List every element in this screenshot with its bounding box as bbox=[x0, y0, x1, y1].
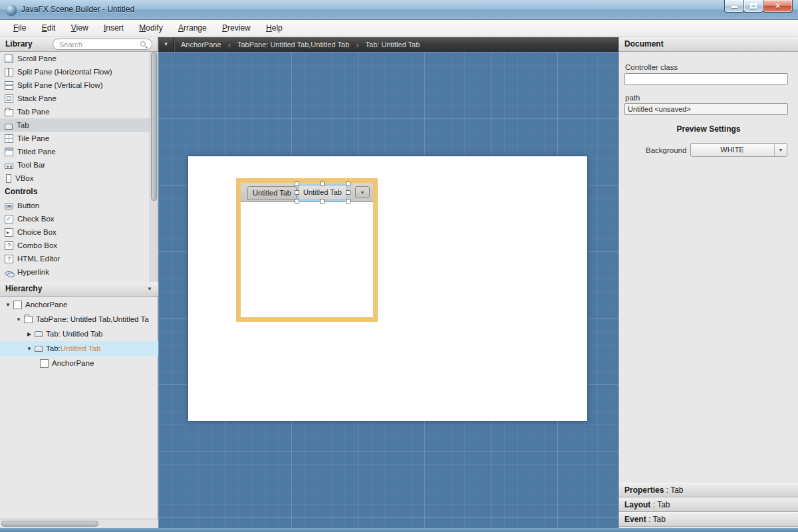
menu-view[interactable]: View bbox=[65, 20, 95, 37]
library-item-check-box[interactable]: Check Box bbox=[0, 212, 150, 225]
library-item-split-pane-horizontal[interactable]: Split Pane (Horizontal Flow) bbox=[0, 65, 150, 78]
library-item-html-editor[interactable]: HTML Editor bbox=[0, 252, 150, 265]
hierarchy-menu-button[interactable]: ▼ bbox=[144, 284, 156, 294]
selection-handle[interactable] bbox=[346, 199, 350, 203]
selection-handle[interactable] bbox=[295, 190, 299, 195]
html-editor-icon bbox=[5, 255, 13, 263]
library-scrollbar-thumb[interactable] bbox=[151, 52, 157, 201]
selection-handle[interactable] bbox=[320, 199, 325, 203]
library-item-split-pane-vertical[interactable]: Split Pane (Vertical Flow) bbox=[0, 78, 150, 92]
library-item-tile-pane[interactable]: Tile Pane bbox=[0, 132, 150, 145]
tab-pane-icon bbox=[24, 316, 33, 323]
library-item-tab[interactable]: Tab bbox=[0, 118, 150, 132]
controller-class-field[interactable] bbox=[624, 73, 788, 85]
expand-arrow-icon[interactable]: ▼ bbox=[25, 346, 33, 352]
close-icon: × bbox=[763, 0, 792, 11]
library-item-tab-pane[interactable]: Tab Pane bbox=[0, 105, 150, 118]
hierarchy-header: Hierarchy ▼ bbox=[0, 282, 158, 297]
library-item-hyperlink[interactable]: Hyperlink bbox=[0, 265, 150, 279]
library-item-vbox[interactable]: VBox bbox=[0, 172, 150, 185]
path-field[interactable] bbox=[624, 103, 788, 115]
breadcrumb-menu-button[interactable]: ▼ bbox=[158, 37, 174, 52]
check-box-icon bbox=[5, 215, 13, 223]
hyperlink-icon bbox=[5, 271, 13, 275]
breadcrumb-item-tab[interactable]: Tab: Untitled Tab bbox=[359, 37, 427, 52]
breadcrumb-item-anchorpane[interactable]: AnchorPane bbox=[174, 37, 228, 52]
path-label: path bbox=[625, 94, 640, 102]
layout-section-header[interactable]: Layout : Tab bbox=[619, 497, 798, 512]
selection-handle[interactable] bbox=[295, 182, 299, 186]
selection-handle[interactable] bbox=[295, 199, 299, 203]
tree-item-tabpane[interactable]: ▼ TabPane: Untitled Tab,Untitled Ta bbox=[0, 312, 158, 327]
hierarchy-title: Hierarchy bbox=[5, 284, 42, 293]
document-header: Document bbox=[619, 37, 798, 52]
library-controls-section: Controls bbox=[0, 185, 158, 199]
library-item-titled-pane[interactable]: Titled Pane bbox=[0, 145, 150, 158]
window-title: JavaFX Scene Builder - Untitled bbox=[21, 0, 134, 19]
selection-handle[interactable] bbox=[346, 190, 350, 195]
tool-bar-icon bbox=[5, 164, 13, 169]
canvas-artboard[interactable]: Untitled Tab Untitled Tab ▼ bbox=[188, 156, 587, 421]
library-list: Scroll Pane Split Pane (Horizontal Flow)… bbox=[0, 52, 158, 279]
collapse-arrow-icon[interactable]: ▶ bbox=[25, 331, 33, 337]
left-horizontal-scrollbar[interactable] bbox=[0, 519, 158, 528]
library-vertical-scrollbar[interactable] bbox=[150, 52, 157, 282]
tree-item-child-anchorpane[interactable]: AnchorPane bbox=[0, 356, 158, 370]
library-item-stack-pane[interactable]: Stack Pane bbox=[0, 92, 150, 105]
library-item-choice-box[interactable]: Choice Box bbox=[0, 225, 150, 239]
menu-preview[interactable]: Preview bbox=[215, 20, 257, 37]
library-item-tool-bar[interactable]: Tool Bar bbox=[0, 158, 150, 172]
chevron-down-icon: ▼ bbox=[774, 144, 787, 156]
menu-insert[interactable]: Insert bbox=[97, 20, 130, 37]
menu-help[interactable]: Help bbox=[259, 20, 289, 37]
library-item-scroll-pane[interactable]: Scroll Pane bbox=[0, 52, 150, 65]
background-value: WHITE bbox=[691, 144, 773, 156]
menu-edit[interactable]: Edit bbox=[35, 20, 63, 37]
app-window: JavaFX Scene Builder - Untitled × File E… bbox=[0, 0, 798, 532]
menu-arrange[interactable]: Arrange bbox=[172, 20, 213, 37]
selection-handle[interactable] bbox=[346, 182, 350, 186]
tree-item-tab-1[interactable]: ▶ Tab: Untitled Tab bbox=[0, 327, 158, 341]
menu-bar: File Edit View Insert Modify Arrange Pre… bbox=[0, 20, 798, 37]
expand-arrow-icon[interactable]: ▼ bbox=[4, 302, 12, 308]
event-section-header[interactable]: Event : Tab bbox=[619, 512, 798, 527]
canvas-tab-2-selected[interactable]: Untitled Tab bbox=[298, 185, 347, 200]
canvas-tab-1[interactable]: Untitled Tab bbox=[247, 186, 297, 200]
choice-box-icon bbox=[5, 228, 13, 237]
combo-box-icon bbox=[5, 241, 13, 250]
inspector-panel: Document Controller class path Preview S… bbox=[618, 37, 798, 528]
search-input[interactable] bbox=[59, 40, 138, 49]
minimize-button[interactable] bbox=[724, 0, 744, 13]
tabpane-selection[interactable]: Untitled Tab Untitled Tab ▼ bbox=[236, 178, 378, 322]
chevron-down-icon: ▼ bbox=[147, 286, 152, 292]
properties-section-header[interactable]: Properties : Tab bbox=[619, 483, 798, 497]
tab-overflow-button[interactable]: ▼ bbox=[355, 186, 370, 198]
tree-item-tab-2-selected[interactable]: ▼ Tab: Untitled Tab bbox=[0, 341, 158, 356]
left-panel: Library Scroll Pane Split Pane (Horizont… bbox=[0, 37, 158, 528]
tab-icon bbox=[5, 124, 13, 129]
anchorpane-icon bbox=[40, 359, 49, 368]
titled-pane-icon bbox=[5, 148, 13, 156]
library-search[interactable] bbox=[53, 39, 152, 50]
document-title: Document bbox=[624, 39, 664, 49]
title-bar[interactable]: JavaFX Scene Builder - Untitled × bbox=[0, 0, 798, 20]
breadcrumb: ▼ AnchorPane › TabPane: Untitled Tab,Unt… bbox=[158, 37, 618, 52]
scroll-pane-icon bbox=[5, 55, 13, 63]
maximize-button[interactable] bbox=[743, 0, 763, 13]
tree-item-anchorpane[interactable]: ▼ AnchorPane bbox=[0, 297, 158, 312]
library-item-combo-box[interactable]: Combo Box bbox=[0, 239, 150, 252]
background-dropdown[interactable]: WHITE ▼ bbox=[690, 143, 787, 157]
selection-handle[interactable] bbox=[320, 182, 325, 186]
design-canvas[interactable]: Untitled Tab Untitled Tab ▼ bbox=[158, 52, 618, 528]
left-scrollbar-thumb[interactable] bbox=[1, 521, 98, 527]
menu-file[interactable]: File bbox=[7, 20, 33, 37]
menu-modify[interactable]: Modify bbox=[132, 20, 169, 37]
stack-pane-icon bbox=[5, 94, 13, 103]
library-item-button[interactable]: Button bbox=[0, 199, 150, 212]
button-icon bbox=[5, 203, 13, 209]
expand-arrow-icon[interactable]: ▼ bbox=[15, 317, 23, 323]
close-button[interactable]: × bbox=[763, 0, 793, 13]
controller-class-label: Controller class bbox=[625, 63, 678, 71]
breadcrumb-item-tabpane[interactable]: TabPane: Untitled Tab,Untitled Tab bbox=[231, 37, 356, 52]
library-header: Library bbox=[0, 37, 158, 52]
